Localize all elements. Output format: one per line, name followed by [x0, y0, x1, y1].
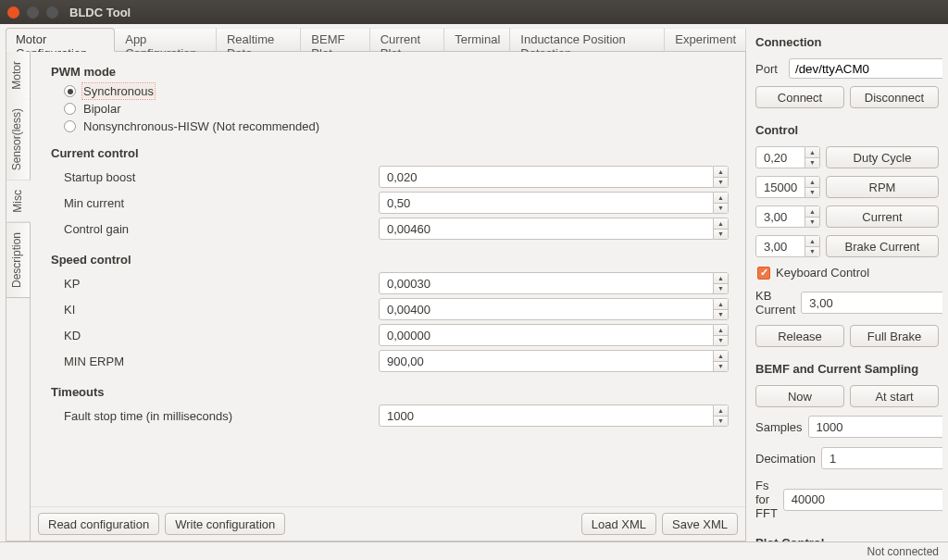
vtab-description[interactable]: Description [6, 223, 30, 298]
spin-down-icon[interactable]: ▼ [805, 158, 819, 168]
fs-fft-field[interactable] [783, 489, 942, 511]
kp-field[interactable] [379, 272, 714, 294]
samples-input[interactable]: ▲▼ [808, 416, 942, 438]
spin-up-icon[interactable]: ▲ [714, 273, 728, 284]
rpm-button[interactable]: RPM [826, 176, 939, 198]
spin-down-icon[interactable]: ▼ [714, 178, 728, 188]
spin-up-icon[interactable]: ▲ [714, 405, 728, 417]
min-current-label: Min current [64, 196, 379, 210]
tab-current-plot[interactable]: Current Plot [370, 28, 444, 51]
kb-current-field[interactable] [801, 292, 942, 314]
radio-icon[interactable] [64, 85, 76, 97]
vtab-motor[interactable]: Motor [6, 52, 30, 99]
min-erpm-field[interactable] [379, 350, 714, 372]
spin-up-icon[interactable]: ▲ [805, 177, 819, 188]
fault-stop-input[interactable]: ▲▼ [379, 404, 729, 427]
sample-now-button[interactable]: Now [755, 385, 844, 407]
spin-down-icon[interactable]: ▼ [714, 204, 728, 214]
pwm-option-bipolar[interactable]: Bipolar [64, 102, 729, 116]
brake-current-field[interactable] [755, 235, 805, 257]
close-icon[interactable] [7, 6, 19, 19]
spin-up-icon[interactable]: ▲ [805, 147, 819, 158]
top-tabs: Motor Configuration App Configuration Re… [6, 28, 746, 52]
spin-down-icon[interactable]: ▼ [714, 310, 728, 320]
load-xml-button[interactable]: Load XML [581, 513, 656, 535]
spin-down-icon[interactable]: ▼ [805, 188, 819, 198]
maximize-icon[interactable] [46, 6, 58, 19]
kd-input[interactable]: ▲▼ [379, 324, 729, 346]
decimation-input[interactable]: ▲▼ [821, 447, 942, 469]
kd-field[interactable] [379, 324, 714, 346]
save-xml-button[interactable]: Save XML [662, 513, 738, 535]
checkbox-icon[interactable] [757, 267, 770, 280]
port-input[interactable] [789, 58, 942, 79]
minimize-icon[interactable] [27, 6, 39, 19]
spin-up-icon[interactable]: ▲ [714, 193, 728, 204]
spin-up-icon[interactable]: ▲ [714, 325, 728, 336]
spin-up-icon[interactable]: ▲ [805, 206, 819, 218]
tab-app-configuration[interactable]: App Configuration [115, 28, 217, 51]
min-current-field[interactable] [379, 192, 714, 214]
brake-current-button[interactable]: Brake Current [826, 235, 939, 257]
radio-icon[interactable] [64, 103, 76, 115]
sample-at-start-button[interactable]: At start [850, 385, 939, 407]
tab-terminal[interactable]: Terminal [444, 28, 510, 51]
spin-down-icon[interactable]: ▼ [714, 417, 728, 427]
current-input[interactable]: ▲▼ [755, 205, 820, 228]
write-configuration-button[interactable]: Write configuration [165, 513, 285, 535]
duty-cycle-field[interactable] [755, 146, 805, 168]
read-configuration-button[interactable]: Read configuration [38, 513, 159, 535]
current-button[interactable]: Current [826, 205, 939, 228]
spin-up-icon[interactable]: ▲ [714, 299, 728, 310]
spin-up-icon[interactable]: ▲ [805, 236, 819, 247]
fault-stop-field[interactable] [379, 404, 714, 427]
startup-boost-input[interactable]: ▲▼ [379, 166, 729, 188]
decimation-field[interactable] [821, 447, 942, 469]
tab-bemf-plot[interactable]: BEMF Plot [301, 28, 369, 51]
kp-input[interactable]: ▲▼ [379, 272, 729, 294]
left-pane: Motor Configuration App Configuration Re… [6, 28, 746, 541]
spin-down-icon[interactable]: ▼ [714, 336, 728, 346]
min-erpm-input[interactable]: ▲▼ [379, 350, 729, 372]
spin-down-icon[interactable]: ▼ [805, 247, 819, 257]
pwm-option-nonsync[interactable]: Nonsynchronous-HISW (Not recommended) [64, 119, 729, 133]
pwm-option-synchronous[interactable]: Synchronous [64, 84, 729, 98]
release-button[interactable]: Release [755, 325, 844, 347]
disconnect-button[interactable]: Disconnect [850, 86, 939, 108]
spin-down-icon[interactable]: ▼ [714, 284, 728, 294]
status-bar: Not connected [0, 541, 948, 560]
keyboard-control-check[interactable]: Keyboard Control [757, 266, 937, 280]
rpm-input[interactable]: ▲▼ [755, 176, 820, 198]
tab-inductance-position[interactable]: Inductance Position Detection [510, 28, 665, 51]
control-gain-input[interactable]: ▲▼ [379, 218, 729, 240]
brake-current-input[interactable]: ▲▼ [755, 235, 820, 257]
duty-cycle-input[interactable]: ▲▼ [755, 146, 820, 168]
full-brake-button[interactable]: Full Brake [850, 325, 939, 347]
tab-motor-configuration[interactable]: Motor Configuration [6, 28, 115, 52]
tab-realtime-data[interactable]: Realtime Data [217, 28, 301, 51]
kb-current-input[interactable]: ▲▼ [801, 292, 942, 314]
spin-up-icon[interactable]: ▲ [714, 218, 728, 230]
connect-button[interactable]: Connect [755, 86, 844, 108]
control-gain-field[interactable] [379, 218, 714, 240]
fs-fft-input[interactable]: ▲▼ [783, 489, 942, 511]
min-current-input[interactable]: ▲▼ [379, 192, 729, 214]
right-pane: Connection Port Connect Disconnect Contr… [752, 28, 942, 541]
duty-cycle-button[interactable]: Duty Cycle [826, 146, 939, 168]
radio-icon[interactable] [64, 120, 76, 132]
kp-label: KP [64, 277, 379, 291]
ki-input[interactable]: ▲▼ [379, 298, 729, 320]
vtab-sensorless[interactable]: Sensor(less) [6, 99, 30, 180]
rpm-field[interactable] [755, 176, 805, 198]
spin-down-icon[interactable]: ▼ [714, 362, 728, 372]
ki-field[interactable] [379, 298, 714, 320]
spin-up-icon[interactable]: ▲ [714, 351, 728, 362]
startup-boost-field[interactable] [379, 166, 714, 188]
spin-down-icon[interactable]: ▼ [805, 218, 819, 228]
tab-experiment[interactable]: Experiment [665, 28, 746, 51]
samples-field[interactable] [808, 416, 942, 438]
spin-down-icon[interactable]: ▼ [714, 230, 728, 240]
current-field[interactable] [755, 205, 805, 228]
spin-up-icon[interactable]: ▲ [714, 167, 728, 178]
vtab-misc[interactable]: Misc [6, 180, 31, 223]
